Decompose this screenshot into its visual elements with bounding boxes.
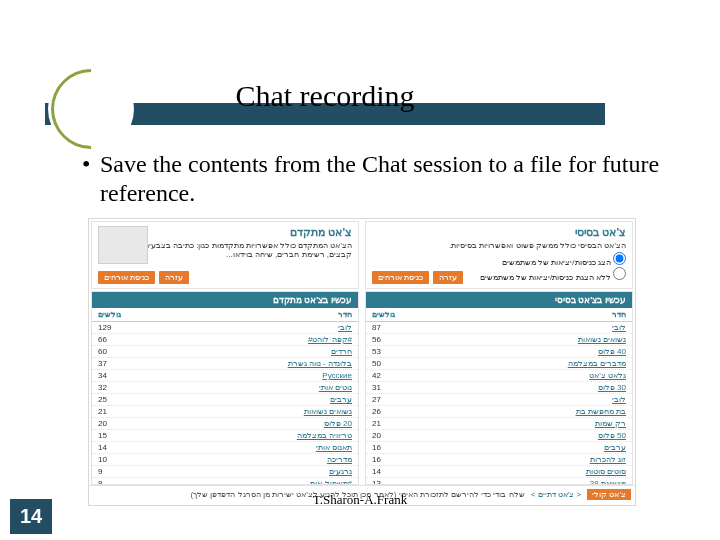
room-count: 16: [366, 442, 406, 453]
slide: Chat recording Save the contents from th…: [0, 0, 720, 540]
room-count: 20: [92, 418, 132, 429]
room-link[interactable]: רק שמות: [406, 418, 632, 429]
table-row: לובי87: [366, 322, 632, 334]
slide-title: Chat recording: [45, 79, 605, 113]
room-link[interactable]: מיושאת 38: [406, 478, 632, 484]
room-count: 56: [366, 334, 406, 345]
room-link[interactable]: נשואים נשואות: [132, 406, 358, 417]
room-count: 34: [92, 370, 132, 381]
table-advanced: עכשיו בצ'אט מתקדם חדר גולשים לובי129#קפה…: [91, 291, 359, 485]
table-row: גלאט צ'אט42: [366, 370, 632, 382]
room-link[interactable]: 30 פלוס: [406, 382, 632, 393]
room-count: 13: [366, 478, 406, 484]
table-row: זוג להכרות16: [366, 454, 632, 466]
room-link[interactable]: מדריכה: [132, 454, 358, 465]
table-row: חרדים60: [92, 346, 358, 358]
table-basic-cols: חדר גולשים: [366, 308, 632, 322]
table-row: 50 פלוס20: [366, 430, 632, 442]
table-row: 20 פלוס20: [92, 418, 358, 430]
room-link[interactable]: ערבים: [406, 442, 632, 453]
room-link[interactable]: נוטים אותי: [132, 382, 358, 393]
table-row: תאנוס אותי14: [92, 442, 358, 454]
table-row: נוטים אותי32: [92, 382, 358, 394]
table-row: ערבים25: [92, 394, 358, 406]
room-link[interactable]: לובי: [132, 322, 358, 333]
radio-show[interactable]: [613, 252, 626, 265]
room-count: 37: [92, 358, 132, 369]
col-count: גולשים: [92, 308, 132, 321]
panel-adv-thumbnail: [98, 226, 148, 264]
table-row: 30 פלוס31: [366, 382, 632, 394]
radio-hide[interactable]: [613, 267, 626, 280]
panel-advanced: צ'אט מתקדם הצ'אט המתקדם כולל אפשרויות מת…: [91, 221, 359, 289]
room-count: 32: [92, 382, 132, 393]
room-link[interactable]: טריוויה במצלמה: [132, 430, 358, 441]
room-count: 14: [366, 466, 406, 477]
room-count: 50: [366, 358, 406, 369]
room-count: 26: [366, 406, 406, 417]
room-link[interactable]: #קפה לוהט#: [132, 334, 358, 345]
panels: צ'אט בסיסי הצ'אט הבסיסי כולל ממשק פשוט ו…: [89, 219, 635, 291]
room-link[interactable]: חרדים: [132, 346, 358, 357]
room-link[interactable]: לובי: [406, 394, 632, 405]
room-count: 21: [366, 418, 406, 429]
table-row: מדברים במצלמה50: [366, 358, 632, 370]
table-row: #קפה לוהט#66: [92, 334, 358, 346]
table-row: נרגעים9: [92, 466, 358, 478]
table-basic-body: חדר גולשים לובי87נשואים נשואות5640 פלוס5…: [366, 308, 632, 484]
bullet-text: Save the contents from the Chat session …: [100, 150, 660, 208]
room-link[interactable]: זוג להכרות: [406, 454, 632, 465]
col-room: חדר: [132, 308, 358, 321]
room-link[interactable]: #תשפיל אות: [132, 478, 358, 484]
panel-basic-desc: הצ'אט הבסיסי כולל ממשק פשוט ואפשרויות בס…: [372, 241, 626, 250]
room-link[interactable]: בת מחפשת בת: [406, 406, 632, 417]
room-link[interactable]: נשואים נשואות: [406, 334, 632, 345]
help-button[interactable]: עזרה: [433, 271, 463, 284]
panel-adv-buttons: עזרה כניסת אורחים: [98, 271, 189, 284]
tables: עכשיו בצ'אט בסיסי חדר גולשים לובי87נשואי…: [89, 291, 635, 485]
table-adv-rows: לובי129#קפה לוהט#66חרדים60בלונדה - נווה …: [92, 322, 358, 484]
room-link[interactable]: תאנוס אותי: [132, 442, 358, 453]
room-count: 25: [92, 394, 132, 405]
guest-button[interactable]: כניסת אורחים: [372, 271, 429, 284]
guest-button[interactable]: כניסת אורחים: [98, 271, 155, 284]
room-link[interactable]: ערבים: [132, 394, 358, 405]
room-link[interactable]: 40 פלוס: [406, 346, 632, 357]
room-count: 21: [92, 406, 132, 417]
room-link[interactable]: מדברים במצלמה: [406, 358, 632, 369]
room-link[interactable]: בלונדה - נווה גשרת: [132, 358, 358, 369]
table-row: בלונדה - נווה גשרת37: [92, 358, 358, 370]
table-row: לובי27: [366, 394, 632, 406]
panel-basic-title: צ'אט בסיסי: [372, 226, 626, 239]
table-basic: עכשיו בצ'אט בסיסי חדר גולשים לובי87נשואי…: [365, 291, 633, 485]
table-basic-header: עכשיו בצ'אט בסיסי: [366, 292, 632, 308]
room-count: 31: [366, 382, 406, 393]
room-link[interactable]: נרגעים: [132, 466, 358, 477]
slide-number: 14: [10, 499, 52, 534]
help-button[interactable]: עזרה: [159, 271, 189, 284]
table-adv-header: עכשיו בצ'אט מתקדם: [92, 292, 358, 308]
room-link[interactable]: גלאט צ'אט: [406, 370, 632, 381]
credit-text: T.Sharon-A.Frank: [0, 492, 720, 508]
room-link[interactable]: סוטים סוטות: [406, 466, 632, 477]
table-row: 40 פלוס53: [366, 346, 632, 358]
table-row: רק שמות21: [366, 418, 632, 430]
table-adv-body: חדר גולשים לובי129#קפה לוהט#66חרדים60בלו…: [92, 308, 358, 484]
table-row: טריוויה במצלמה15: [92, 430, 358, 442]
room-count: 53: [366, 346, 406, 357]
room-link[interactable]: 50 פלוס: [406, 430, 632, 441]
table-row: ערבים16: [366, 442, 632, 454]
table-row: סוטים סוטות14: [366, 466, 632, 478]
room-link[interactable]: לובי: [406, 322, 632, 333]
table-row: בת מחפשת בת26: [366, 406, 632, 418]
room-count: 9: [92, 466, 132, 477]
room-count: 27: [366, 394, 406, 405]
room-link[interactable]: 20 פלוס: [132, 418, 358, 429]
room-link[interactable]: Русские: [132, 370, 358, 381]
col-room: חדר: [406, 308, 632, 321]
table-row: מדריכה10: [92, 454, 358, 466]
table-row: לובי129: [92, 322, 358, 334]
table-row: #תשפיל אות8: [92, 478, 358, 484]
room-count: 16: [366, 454, 406, 465]
option-show[interactable]: הצג כניסות/יציאות של משתמשים: [372, 252, 626, 267]
